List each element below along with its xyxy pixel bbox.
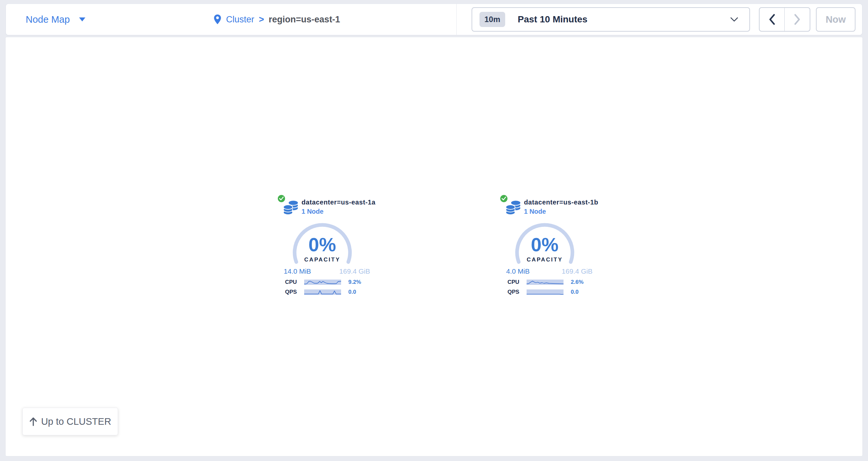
- next-time-button[interactable]: [785, 8, 810, 31]
- up-to-cluster-label: Up to CLUSTER: [41, 416, 112, 427]
- capacity-percent: 0%: [291, 235, 353, 254]
- database-stack-icon: [505, 200, 521, 216]
- datacenter-card[interactable]: datacenter=us-east-1b 1 Node 0% CAPACITY…: [497, 194, 596, 303]
- datacenter-title: datacenter=us-east-1b: [524, 199, 598, 206]
- qps-label: QPS: [285, 289, 304, 295]
- now-button[interactable]: Now: [816, 7, 856, 32]
- qps-label: QPS: [507, 289, 527, 295]
- qps-metric-row: QPS 0.0: [285, 289, 356, 296]
- datacenter-title: datacenter=us-east-1a: [302, 199, 375, 206]
- cpu-sparkline: [527, 279, 563, 285]
- qps-value: 0.0: [348, 289, 356, 295]
- cpu-value: 2.6%: [571, 279, 584, 286]
- time-range-badge: 10m: [479, 12, 505, 27]
- view-selector-label: Node Map: [26, 14, 70, 25]
- arrow-up-icon: [29, 417, 37, 426]
- breadcrumb-cluster-link[interactable]: Cluster: [226, 14, 254, 25]
- breadcrumb: Cluster > region=us-east-1: [214, 4, 340, 35]
- node-count: 1 Node: [302, 208, 323, 216]
- qps-sparkline: [304, 290, 341, 295]
- healthy-check-icon: [500, 194, 508, 203]
- capacity-caption: CAPACITY: [514, 257, 576, 263]
- top-bar: Node Map Cluster > region=us-east-1 10m …: [6, 4, 862, 35]
- up-to-cluster-button[interactable]: Up to CLUSTER: [23, 408, 118, 435]
- capacity-values: 14.0 MiB 169.4 GiB: [284, 267, 370, 275]
- time-range-label: Past 10 Minutes: [518, 14, 730, 25]
- node-count: 1 Node: [524, 208, 546, 216]
- capacity-values: 4.0 MiB 169.4 GiB: [506, 267, 592, 275]
- capacity-percent: 0%: [514, 235, 576, 254]
- cpu-label: CPU: [507, 279, 527, 286]
- time-pager: [759, 7, 810, 32]
- chevron-right-icon: [794, 14, 801, 25]
- cpu-value: 9.2%: [348, 279, 361, 286]
- cpu-sparkline: [304, 279, 341, 285]
- database-stack-icon: [283, 200, 299, 216]
- capacity-total: 169.4 GiB: [562, 267, 592, 275]
- qps-value: 0.0: [571, 289, 579, 295]
- cpu-metric-row: CPU 9.2%: [285, 278, 361, 286]
- cpu-metric-row: CPU 2.6%: [507, 278, 584, 286]
- breadcrumb-current: region=us-east-1: [269, 14, 340, 25]
- node-map-canvas: datacenter=us-east-1a 1 Node 0% CAPACITY…: [6, 37, 862, 456]
- prev-time-button[interactable]: [760, 8, 785, 31]
- breadcrumb-separator: >: [259, 14, 264, 25]
- chevron-left-icon: [769, 14, 775, 25]
- cpu-label: CPU: [285, 279, 304, 286]
- caret-down-icon: [79, 18, 85, 22]
- view-selector-dropdown[interactable]: Node Map: [26, 4, 85, 35]
- qps-sparkline: [527, 290, 563, 295]
- capacity-caption: CAPACITY: [291, 257, 353, 263]
- qps-metric-row: QPS 0.0: [507, 289, 579, 296]
- capacity-total: 169.4 GiB: [339, 267, 370, 275]
- capacity-used: 14.0 MiB: [284, 267, 311, 275]
- location-pin-icon: [214, 14, 221, 25]
- datacenter-card[interactable]: datacenter=us-east-1a 1 Node 0% CAPACITY…: [275, 194, 373, 303]
- time-range-dropdown[interactable]: 10m Past 10 Minutes: [471, 7, 750, 32]
- chevron-down-icon: [730, 17, 738, 22]
- healthy-check-icon: [277, 194, 286, 203]
- capacity-used: 4.0 MiB: [506, 267, 530, 275]
